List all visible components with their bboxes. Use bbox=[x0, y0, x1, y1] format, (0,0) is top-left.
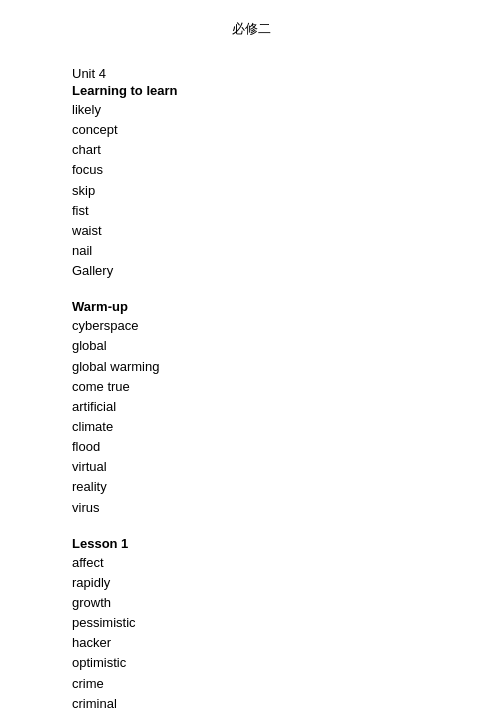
word-rapidly: rapidly bbox=[72, 573, 430, 593]
word-artificial: artificial bbox=[72, 397, 430, 417]
warmup-words: cyberspace global global warming come tr… bbox=[72, 316, 430, 517]
word-virus: virus bbox=[72, 498, 430, 518]
word-cyberspace: cyberspace bbox=[72, 316, 430, 336]
word-optimistic: optimistic bbox=[72, 653, 430, 673]
learning-to-learn-label: Learning to learn bbox=[72, 83, 430, 98]
lesson1-words: affect rapidly growth pessimistic hacker… bbox=[72, 553, 430, 712]
word-virtual: virtual bbox=[72, 457, 430, 477]
warmup-label: Warm-up bbox=[72, 299, 430, 314]
section-warmup: Warm-up bbox=[72, 299, 430, 314]
word-waist: waist bbox=[72, 221, 430, 241]
word-pessimistic: pessimistic bbox=[72, 613, 430, 633]
word-flood: flood bbox=[72, 437, 430, 457]
word-hacker: hacker bbox=[72, 633, 430, 653]
section-lesson1: Lesson 1 bbox=[72, 536, 430, 551]
word-reality: reality bbox=[72, 477, 430, 497]
page-title: 必修二 bbox=[0, 0, 502, 48]
word-focus: focus bbox=[72, 160, 430, 180]
word-chart: chart bbox=[72, 140, 430, 160]
word-global-warming: global warming bbox=[72, 357, 430, 377]
word-nail: nail bbox=[72, 241, 430, 261]
word-concept: concept bbox=[72, 120, 430, 140]
word-affect: affect bbox=[72, 553, 430, 573]
word-global: global bbox=[72, 336, 430, 356]
word-gallery: Gallery bbox=[72, 261, 430, 281]
word-skip: skip bbox=[72, 181, 430, 201]
unit4-words: likely concept chart focus skip fist wai… bbox=[72, 100, 430, 281]
word-climate: climate bbox=[72, 417, 430, 437]
content-area: Unit 4 Learning to learn likely concept … bbox=[0, 66, 502, 712]
word-come-true: come true bbox=[72, 377, 430, 397]
unit4-label: Unit 4 bbox=[72, 66, 430, 81]
section-unit4: Unit 4 Learning to learn bbox=[72, 66, 430, 98]
lesson1-label: Lesson 1 bbox=[72, 536, 430, 551]
word-criminal: criminal bbox=[72, 694, 430, 712]
word-growth: growth bbox=[72, 593, 430, 613]
word-likely: likely bbox=[72, 100, 430, 120]
word-crime: crime bbox=[72, 674, 430, 694]
word-fist: fist bbox=[72, 201, 430, 221]
